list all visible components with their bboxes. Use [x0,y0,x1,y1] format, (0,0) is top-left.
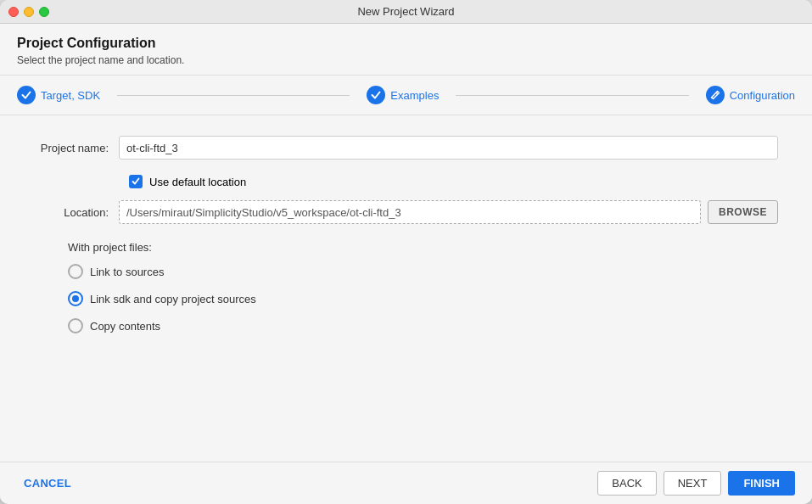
radio-link-sdk-copy-indicator [68,291,83,306]
default-location-row: Use default location [129,175,778,188]
wizard-steps: Target, SDK Examples Configuration [0,76,812,115]
main-window: New Project Wizard Project Configuration… [0,0,812,504]
step3-edit-icon [706,86,725,104]
project-name-row: Project name: [34,136,778,160]
footer: CANCEL BACK NEXT FINISH [0,462,812,504]
content-area: Project name: Use default location Locat… [0,115,812,462]
maximize-button[interactable] [39,7,49,17]
location-label: Location: [34,206,119,219]
step1-check-icon [17,86,36,104]
page-subtitle: Select the project name and location. [17,54,795,66]
radio-link-sdk-copy[interactable]: Link sdk and copy project sources [68,291,778,306]
step-examples[interactable]: Examples [367,86,439,104]
svg-line-0 [716,92,718,94]
close-button[interactable] [8,7,19,17]
step1-label: Target, SDK [41,89,100,102]
back-button[interactable]: BACK [597,471,656,496]
step-configuration[interactable]: Configuration [706,86,795,104]
location-input[interactable] [119,200,701,224]
page-title: Project Configuration [17,36,795,51]
location-row: Location: BROWSE [34,200,778,224]
step-connector-2 [456,95,688,96]
step2-check-icon [367,86,385,104]
titlebar: New Project Wizard [0,0,812,24]
radio-copy-contents[interactable]: Copy contents [68,318,778,333]
radio-link-sources-label: Link to sources [90,266,164,278]
project-files-label: With project files: [68,241,778,254]
step-target-sdk[interactable]: Target, SDK [17,86,100,104]
project-files-section: With project files: Link to sources Link… [68,241,778,333]
window-title: New Project Wizard [357,5,454,18]
step2-label: Examples [390,89,439,102]
radio-copy-contents-label: Copy contents [90,320,160,333]
radio-link-sources[interactable]: Link to sources [68,264,778,279]
cancel-button[interactable]: CANCEL [17,472,78,495]
radio-link-sources-indicator [68,264,83,279]
radio-link-sdk-copy-label: Link sdk and copy project sources [90,293,256,305]
header-section: Project Configuration Select the project… [0,24,812,76]
default-location-checkbox[interactable] [129,175,143,188]
footer-right: BACK NEXT FINISH [597,471,795,496]
next-button[interactable]: NEXT [664,471,722,496]
browse-button[interactable]: BROWSE [708,200,778,224]
radio-copy-contents-indicator [68,318,83,333]
project-name-label: Project name: [34,142,119,154]
step-connector-1 [117,95,350,96]
project-name-input[interactable] [119,136,778,160]
minimize-button[interactable] [24,7,34,17]
default-location-label: Use default location [149,176,246,188]
step3-label: Configuration [730,89,795,102]
footer-left: CANCEL [17,472,78,495]
finish-button[interactable]: FINISH [728,471,795,496]
traffic-lights [8,7,49,17]
